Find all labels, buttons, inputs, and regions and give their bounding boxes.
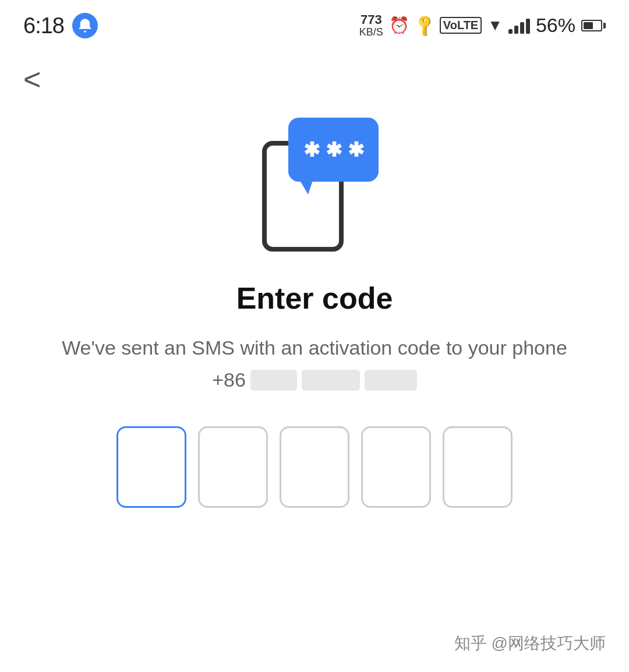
battery-percent: 56% bbox=[536, 14, 575, 37]
signal-bar-4 bbox=[526, 19, 530, 34]
code-box-2[interactable] bbox=[198, 426, 268, 508]
battery-tip bbox=[603, 23, 606, 29]
signal-bar-1 bbox=[508, 29, 513, 34]
alarm-icon: ⏰ bbox=[389, 16, 409, 35]
bubble-star-3: ✱ bbox=[348, 138, 364, 161]
back-button[interactable]: < bbox=[23, 64, 41, 94]
watermark: 知乎 @网络技巧大师 bbox=[454, 632, 606, 655]
status-left: 6:18 bbox=[23, 13, 98, 38]
code-box-4[interactable] bbox=[361, 426, 431, 508]
bubble-star-2: ✱ bbox=[326, 138, 342, 161]
phone-blur-3 bbox=[365, 370, 417, 391]
phone-number-row: +86 bbox=[212, 369, 417, 391]
back-area: < bbox=[0, 47, 629, 100]
key-icon: 🔑 bbox=[412, 13, 438, 39]
illustration: ✱ ✱ ✱ bbox=[250, 118, 379, 252]
phone-blur-1 bbox=[250, 370, 297, 391]
status-speed: 773 KB/S bbox=[359, 13, 383, 38]
signal-bar-2 bbox=[514, 26, 518, 34]
battery-fill bbox=[584, 22, 593, 29]
page-subtitle: We've sent an SMS with an activation cod… bbox=[62, 333, 567, 363]
signal-bars bbox=[508, 17, 530, 34]
wifi-icon: ▼ bbox=[487, 16, 503, 34]
main-content: ✱ ✱ ✱ Enter code We've sent an SMS with … bbox=[0, 100, 629, 543]
battery-icon bbox=[581, 20, 606, 31]
code-box-1[interactable] bbox=[116, 426, 186, 508]
code-box-5[interactable] bbox=[443, 426, 513, 508]
status-bar: 6:18 773 KB/S ⏰ 🔑 VoLTE ▼ 56% bbox=[0, 0, 629, 47]
page-title: Enter code bbox=[236, 281, 393, 316]
phone-prefix: +86 bbox=[212, 369, 246, 391]
battery-body bbox=[581, 20, 602, 31]
code-input-boxes bbox=[116, 426, 513, 508]
notification-icon bbox=[72, 13, 98, 38]
status-right: 773 KB/S ⏰ 🔑 VoLTE ▼ 56% bbox=[359, 13, 606, 38]
phone-blur-2 bbox=[302, 370, 360, 391]
signal-bar-3 bbox=[520, 22, 524, 34]
vol-lte-badge: VoLTE bbox=[440, 17, 482, 34]
status-time: 6:18 bbox=[23, 13, 64, 38]
bubble-star-1: ✱ bbox=[303, 138, 320, 161]
code-box-3[interactable] bbox=[280, 426, 349, 508]
speech-bubble: ✱ ✱ ✱ bbox=[288, 118, 379, 182]
